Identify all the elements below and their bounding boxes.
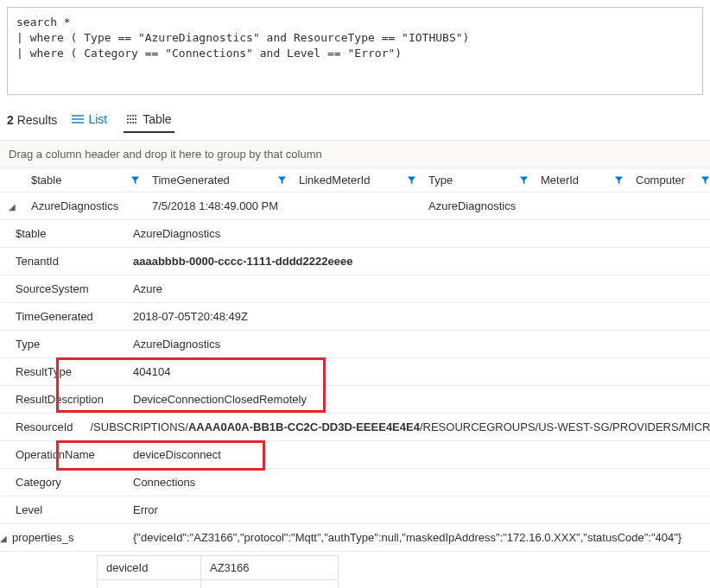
svg-point-14 xyxy=(135,122,136,123)
detail-value: /SUBSCRIPTIONS/AAAA0A0A-BB1B-CC2C-DD3D-E… xyxy=(81,414,710,441)
column-expand xyxy=(0,168,24,193)
detail-key: Type xyxy=(0,331,124,358)
svg-point-12 xyxy=(130,122,131,123)
view-list-label: List xyxy=(88,112,107,126)
column-header-type[interactable]: Type xyxy=(422,168,534,193)
prop-value: Mqtt xyxy=(201,580,339,589)
filter-icon[interactable] xyxy=(700,175,710,185)
prop-key: protocol xyxy=(98,580,201,589)
detail-value: Connections xyxy=(124,469,710,496)
detail-key: TenantId xyxy=(0,248,124,275)
detail-value: {"deviceId":"AZ3166","protocol":"Mqtt","… xyxy=(124,524,710,552)
filter-icon[interactable] xyxy=(519,175,529,185)
query-line: | where ( Category == "Connections" and … xyxy=(16,47,402,60)
detail-key: ◢properties_s xyxy=(0,524,124,552)
table-icon xyxy=(126,113,138,125)
detail-value: 2018-07-05T20:48:49Z xyxy=(124,303,710,331)
prop-value: AZ3166 xyxy=(201,556,339,580)
detail-value: deviceDisconnect xyxy=(124,441,710,469)
detail-value: aaaabbbb-0000-cccc-1111-dddd2222eeee xyxy=(124,248,710,275)
svg-point-6 xyxy=(135,115,136,117)
expand-props-icon[interactable]: ◢ xyxy=(0,534,7,543)
query-line: search * xyxy=(16,16,71,28)
results-toolbar: 2 Results List Table xyxy=(0,102,710,133)
svg-point-10 xyxy=(135,118,136,120)
svg-point-4 xyxy=(130,115,131,117)
svg-point-8 xyxy=(130,118,131,120)
detail-key: ResultType xyxy=(0,358,124,386)
column-header-computer[interactable]: Computer xyxy=(629,168,710,193)
query-editor[interactable]: search * | where ( Type == "AzureDiagnos… xyxy=(7,7,703,95)
detail-key: Level xyxy=(0,496,124,524)
view-table-button[interactable]: Table xyxy=(124,107,174,133)
svg-point-5 xyxy=(132,115,134,117)
filter-icon[interactable] xyxy=(407,175,416,185)
properties-sub-table: deviceIdAZ3166 protocolMqtt authTypenull xyxy=(0,555,710,588)
detail-value: Error xyxy=(124,496,710,524)
cell-computer xyxy=(629,193,710,220)
detail-key: ResultDescription xyxy=(0,386,124,414)
svg-point-9 xyxy=(132,118,134,120)
detail-key: TimeGenerated xyxy=(0,303,124,331)
column-header-meterid[interactable]: MeterId xyxy=(534,168,629,193)
cell-timegenerated: 7/5/2018 1:48:49.000 PM xyxy=(145,193,292,220)
detail-value: Azure xyxy=(124,275,710,303)
filter-icon[interactable] xyxy=(277,175,287,185)
results-grid-header: $table TimeGenerated LinkedMeterId Type … xyxy=(0,168,710,193)
view-table-label: Table xyxy=(143,112,171,126)
filter-icon[interactable] xyxy=(614,175,624,185)
detail-key: Category xyxy=(0,469,124,496)
detail-key: SourceSystem xyxy=(0,275,124,303)
svg-point-3 xyxy=(127,115,129,117)
results-count: 2 Results xyxy=(7,113,57,127)
detail-value: 404104 xyxy=(124,358,710,386)
svg-point-13 xyxy=(132,122,134,123)
cell-meterid xyxy=(534,193,629,220)
detail-key: ResourceId xyxy=(0,414,81,441)
detail-key: $table xyxy=(0,220,124,248)
column-header-table[interactable]: $table xyxy=(24,168,145,193)
detail-value: AzureDiagnostics xyxy=(124,331,710,358)
group-drop-area[interactable]: Drag a column header and drop it here to… xyxy=(0,140,710,168)
row-details: OperationNamedeviceDisconnect xyxy=(0,441,710,469)
detail-value: DeviceConnectionClosedRemotely xyxy=(124,386,710,414)
query-line: | where ( Type == "AzureDiagnostics" and… xyxy=(16,31,469,44)
row-details: $tableAzureDiagnostics TenantIdaaaabbbb-… xyxy=(0,220,710,358)
detail-key: OperationName xyxy=(0,441,124,469)
svg-point-11 xyxy=(127,122,129,123)
cell-type: AzureDiagnostics xyxy=(422,193,534,220)
column-header-timegenerated[interactable]: TimeGenerated xyxy=(145,168,292,193)
row-details: ResultType404104 ResultDescriptionDevice… xyxy=(0,358,710,414)
svg-point-7 xyxy=(127,118,129,120)
filter-icon[interactable] xyxy=(130,175,140,185)
row-details: CategoryConnections LevelError ◢properti… xyxy=(0,469,710,552)
view-list-button[interactable]: List xyxy=(69,107,110,133)
cell-linkedmeterid xyxy=(292,193,422,220)
expand-row-icon[interactable]: ◢ xyxy=(0,193,24,220)
table-row[interactable]: ◢ AzureDiagnostics 7/5/2018 1:48:49.000 … xyxy=(0,193,710,220)
row-details: ResourceId/SUBSCRIPTIONS/AAAA0A0A-BB1B-C… xyxy=(0,414,710,441)
list-icon xyxy=(72,113,84,125)
prop-key: deviceId xyxy=(98,556,201,580)
column-header-linkedmeterid[interactable]: LinkedMeterId xyxy=(292,168,422,193)
detail-value: AzureDiagnostics xyxy=(124,220,710,248)
cell-table: AzureDiagnostics xyxy=(24,193,145,220)
